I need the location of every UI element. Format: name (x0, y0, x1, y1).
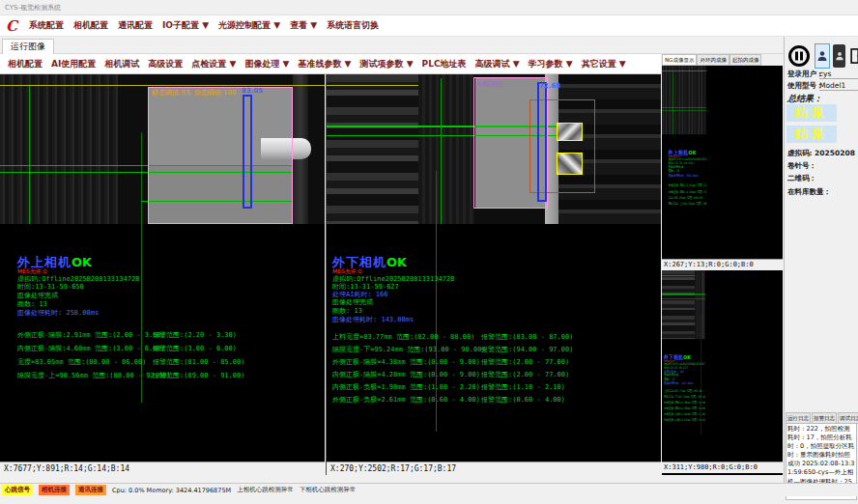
toolbar-learning-params[interactable]: 学习参数 ▼ (529, 58, 573, 70)
left-alarm-1: 报警范围:(2.20 - 3.30) (153, 330, 237, 340)
mid-alarm-4: 报警范围:(2.00 - 77.00) (481, 370, 569, 379)
left-pink-roi-box (148, 87, 293, 224)
mid-measurement-2: 隔膜宽度-下=95.24mm 范围:(93.00 - 98.00) (332, 345, 486, 354)
menu-item-system-config[interactable]: 系统配置 (29, 19, 64, 32)
upper-camera-heartbeat-warning: 上相机心跳检测异常 (237, 486, 294, 494)
mini-left-camera-image: 83.05 静态阈值:93, 动态阈值:100 (662, 66, 707, 134)
heartbeat-status-badge: 心跳信号 (2, 485, 33, 495)
tab-start-shot-imaging[interactable]: 起拍内成像 (729, 54, 762, 66)
window-titlebar: CYS-视觉检测系统 (0, 0, 858, 15)
mini-left-measurement-2: 内侧正极-隔膜:4.60mm 范围:(3.00 - 6.00) (669, 189, 707, 194)
model-label: 使用型号： (787, 81, 824, 91)
mid-alarm-1: 报警范围:(83.00 - 87.00) (481, 332, 573, 342)
menu-item-io-config[interactable]: IO子配置 ▼ (162, 19, 209, 32)
mid-green-vline-1 (441, 78, 442, 224)
pause-button[interactable] (786, 42, 812, 70)
exit-door-icon (849, 47, 858, 65)
camera-view-middle-canvas: AI检测区 72.68 外下相机OK MES允许:0 虚拟码:Offline20… (327, 74, 661, 462)
left-blue-measure-box (243, 95, 252, 209)
mid-view-coordinate-bar: X:270;Y:2502;R:17;G:17;B:17 (327, 462, 661, 475)
menu-item-camera-config[interactable]: 相机配置 (73, 19, 108, 32)
operator-button[interactable] (833, 44, 845, 68)
mid-alarm-5: 报警范围:(1.10 - 2.10) (481, 382, 565, 392)
status-bar: 心跳信号 相机连接 通讯连接 Cpu: 0.0% Memory: 3424.41… (0, 483, 858, 496)
mini-left-process-elapsed: 图像处理耗时: 258.00ms (669, 173, 699, 178)
left-scene-texture (0, 74, 118, 224)
camera-view-left-canvas: 83.05 静态阈值:93, 动态阈值:100 外上相机OK MES允许:0 虚… (662, 66, 707, 243)
toolbar-camera-debug[interactable]: 相机调试 (104, 58, 139, 70)
toolbar-test-params[interactable]: 测试项参数 ▼ (360, 58, 414, 70)
camera-view-left-canvas: 83.05 静态阈值:93, 动态阈值:100 外上相机OK MES允许:0 虚… (0, 74, 325, 462)
operator-icon (835, 50, 844, 62)
tab-run-image[interactable]: 运行图像 (2, 39, 54, 54)
toolbar-baseline-params[interactable]: 基准线参数 ▼ (298, 58, 351, 70)
mid-blue-measure-box (537, 82, 547, 202)
toolbar-camera-config[interactable]: 相机配置 (8, 58, 43, 70)
app-window: CYS-视觉检测系统 C 系统配置 相机配置 通讯配置 IO子配置 ▼ 光源控制… (0, 0, 858, 504)
mid-measurement-1: 上料宽度=83.77mm 范围:(82.00 - 88.00) (332, 332, 474, 342)
left-yellow-baseline (0, 85, 325, 86)
main-tabstrip: 运行图像 (0, 37, 858, 54)
exit-button[interactable] (848, 44, 858, 68)
mid-yellow-baseline (327, 85, 418, 86)
mid-width-value: 72.68 (539, 82, 560, 90)
mini-mid-green-hline-1 (662, 294, 705, 294)
left-alarm-3: 报警范围:(81.00 - 85.00) (153, 357, 244, 367)
mini-mid-scene-texture (695, 270, 705, 339)
login-user-value[interactable]: cys (819, 70, 858, 79)
menu-item-language-switch[interactable]: 系统语言切换 (327, 19, 379, 32)
mid-yellow-tab-box-2 (557, 153, 583, 175)
toolbar-advanced-debug[interactable]: 高级调试 ▼ (475, 58, 520, 70)
small-view-bottom-coordinate-bar: X:311;Y:980;R:0;G:0;B:0 (662, 462, 783, 473)
mini-left-camera-result: OK (689, 149, 697, 155)
model-value[interactable]: Model1 (819, 81, 858, 91)
camera-view-middle-canvas: AI检测区 72.68 外下相机OK MES允许:0 虚拟码:Offline20… (662, 270, 705, 448)
tab-ng-imaging[interactable]: NG成像显示 (662, 54, 697, 66)
camera-view-middle[interactable]: AI检测区 72.68 外下相机OK MES允许:0 虚拟码:Offline20… (326, 74, 661, 475)
toolbar-plc-address[interactable]: PLC地址表 (422, 58, 467, 70)
toolbar-spot-check[interactable]: 点检设置 ▼ (191, 58, 236, 70)
window-title: CYS-视觉检测系统 (5, 4, 61, 12)
mid-measurement-4: 内侧正极-隔膜=4.28mm 范围:(0.00 - 9.00) (332, 370, 480, 379)
small-view-tabstrip: NG成像显示 外环内成像 起拍内成像 (662, 54, 783, 66)
mid-yellow-tab-box-1 (557, 123, 583, 141)
left-measurement-4: 隔膜宽度-上=90.56mm 范围:(88.00 - 92.00) (17, 371, 171, 380)
tab-outer-ring-imaging[interactable]: 外环内成像 (697, 54, 729, 66)
pause-icon (787, 43, 811, 69)
mini-mid-measurement-3: 外侧正极-隔膜=4.38mm 范围:(0.00 - 9.00) (664, 401, 705, 406)
right-control-panel: 登录用户： cys 使用型号： Model1 总结果： 结果 结果 虚拟码: 2… (784, 37, 858, 483)
toolbar: 相机配置 AI使用配置 相机调试 高级设置 点检设置 ▼ 图像处理 ▼ 基准线参… (0, 54, 661, 74)
camera-view-left[interactable]: 83.05 静态阈值:93, 动态阈值:100 外上相机OK MES允许:0 虚… (0, 74, 325, 475)
result-badge-upper: 结果 (786, 104, 837, 122)
mid-measurement-5: 内侧正极-负极=1.90mm 范围:(1.00 - 2.20) (332, 382, 480, 392)
mid-measurement-6: 外侧正极-负极=2.61mm 范围:(0.60 - 4.00) (332, 395, 480, 405)
left-process-elapsed: 图像处理耗时: 258.00ms (17, 308, 99, 318)
menu-item-comm-config[interactable]: 通讯配置 (118, 19, 153, 32)
small-view-bottom[interactable]: AI检测区 72.68 外下相机OK MES允许:0 虚拟码:Offline20… (662, 270, 783, 462)
mini-mid-measurement-6: 外侧正极-负极=2.61mm 范围:(0.60 - 4.00) (664, 418, 705, 423)
comm-connection-badge: 通讯连接 (75, 485, 106, 495)
mini-left-measurement-1: 外侧正极-隔膜:2.91mm 范围:(2.00 - 3.50) (669, 183, 707, 188)
middle-camera-image: AI检测区 72.68 (327, 74, 661, 224)
mini-mid-scene-bands-left (662, 270, 695, 339)
login-user-label: 登录用户： (787, 70, 824, 79)
result-badge-lower: 结果 (786, 126, 837, 143)
mini-mid-measurement-1: 上料宽度=83.77mm 范围:(82.00 - 88.00) (664, 389, 705, 394)
menu-item-light-config[interactable]: 光源控制配置 ▼ (218, 19, 280, 32)
left-measurement-3: 宽度=83.05mm 范围:(80.00 - 86.00) (17, 357, 146, 367)
user-button[interactable] (815, 43, 830, 69)
mini-mid-measurement-2: 隔膜宽度-下=95.24mm 范围:(93.00 - 98.00) (664, 395, 705, 400)
toolbar-image-processing[interactable]: 图像处理 ▼ (244, 58, 289, 70)
toolbar-other-settings[interactable]: 其它设置 ▼ (582, 58, 626, 70)
toolbar-ai-use-config[interactable]: AI使用配置 (51, 58, 96, 70)
mid-scene-bands-left (327, 74, 418, 224)
mini-mid-measurement-5: 内侧正极-负极=1.90mm 范围:(1.00 - 2.20) (664, 412, 705, 417)
left-threshold-label: 静态阈值:93, 动态阈值:100 (152, 88, 236, 98)
small-view-top[interactable]: 83.05 静态阈值:93, 动态阈值:100 外上相机OK MES允许:0 虚… (662, 66, 783, 259)
menu-item-view[interactable]: 查看 ▼ (290, 19, 317, 32)
cpu-memory-readout: Cpu: 0.0% Memory: 3424.41796875M (112, 487, 231, 494)
left-green-vline-1 (29, 86, 30, 224)
mid-alarm-3: 报警范围:(2.00 - 77.00) (481, 357, 569, 367)
toolbar-advanced-settings[interactable]: 高级设置 (148, 58, 183, 70)
mid-process-elapsed: 图像处理耗时: 143.00ms (332, 315, 414, 324)
